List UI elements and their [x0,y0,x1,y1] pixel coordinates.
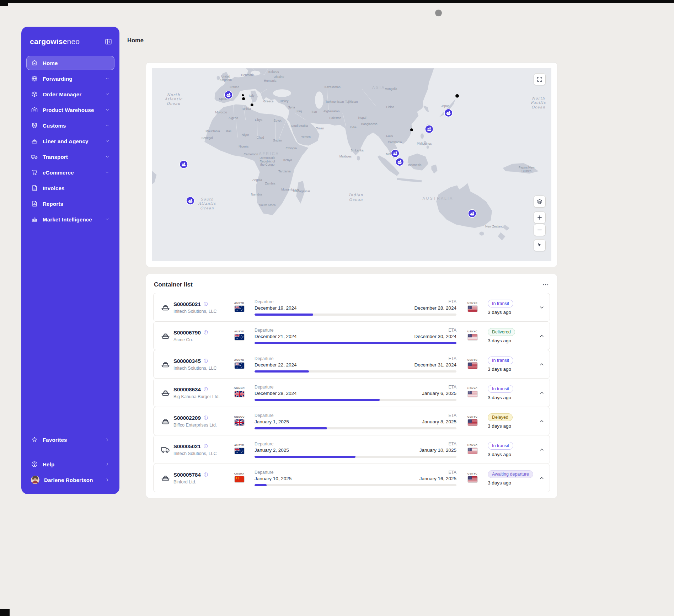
map-label-kazakhstan: Kazakhstan [325,85,341,89]
destination-port: USNYC [463,301,482,313]
sidebar-item-home[interactable]: Home [26,56,114,70]
container-id: S00006790 [173,330,201,336]
sidebar-item-transport[interactable]: Transport [26,150,114,164]
departure-label: Departure [255,413,289,418]
ship-marker-malaysia[interactable] [391,149,399,157]
container-id-block: S00008634Big Kahuna Burger Ltd. [173,386,230,399]
info-icon[interactable] [203,358,208,363]
map-label-yemen: Yemen [301,135,311,139]
ship-marker-japan[interactable] [444,109,453,117]
status-badge: In transit [488,300,513,307]
sidebar-item-customs[interactable]: Customs [26,118,114,133]
eta-date: January 16, 2025 [419,476,456,481]
container-row[interactable]: S00006790Acme Co.AUSYDDepartureDecember … [153,321,550,350]
map-label-france: France [230,85,239,89]
container-row[interactable]: S00005021Initech Solutions, LLCAUSYDDepa… [153,293,550,322]
eta-label: ETA [414,356,456,361]
container-row[interactable]: S00005784Binford Ltd.CNSHADepartureJanua… [153,464,550,492]
map-label-south-africa: South Africa [259,203,276,207]
updated-time: 3 days ago [488,338,535,343]
chevron-up-icon[interactable] [535,390,545,396]
info-icon[interactable] [203,387,208,392]
sidebar-item-product-warehouse[interactable]: Product Warehouse [26,103,114,117]
chevron-right-icon [105,462,110,467]
info-icon[interactable] [203,415,208,420]
sidebar-item-user[interactable]: Darlene Robertson [26,473,114,487]
map-label-bangladesh: Bangladesh [361,122,378,126]
map-label-nepal: Nepal [358,116,367,119]
progress-fill [255,342,456,344]
map-label-china: China [386,105,395,109]
departure-date: January 1, 2025 [255,419,289,424]
sidebar-item-favorites[interactable]: Favorites [26,433,114,447]
world-map[interactable]: UnitedKingdomDenmarkBelarusUkraineRomani… [152,68,551,261]
map-label-italy: Italy [249,94,255,97]
origin-port: AUSYD [230,358,249,370]
eta-date: January 6, 2025 [422,391,456,396]
sidebar-item-label: Favorites [43,437,67,443]
status-badge: In transit [488,385,513,393]
map-label-india: India [350,125,357,129]
progress-block: DepartureDecember 21, 2024ETADecember 30… [249,328,463,344]
progress-block: DepartureJanuary 2, 2025ETAJanuary 10, 2… [249,441,463,458]
sidebar-item-ecommerce[interactable]: eCommerce [26,165,114,180]
sidebar-item-order-manager[interactable]: Order Manager [26,87,114,101]
chevron-right-icon [105,477,110,482]
sidebar-item-invoices[interactable]: Invoices [26,181,114,195]
status-block: In transit3 days ago [488,300,535,315]
ship-marker-south-atlantic[interactable] [186,197,194,205]
map-label-tunisia: Tunisia [241,107,251,111]
warehouse-icon [31,106,38,113]
map-label-denmark: Denmark [241,73,254,77]
chevron-up-icon[interactable] [535,475,545,481]
departure-date: December 22, 2024 [255,362,297,368]
chevron-up-icon[interactable] [535,361,545,367]
customs-icon [31,122,38,129]
sidebar-item-forwarding[interactable]: Forwarding [26,71,114,86]
sidebar-item-reports[interactable]: Reports [26,197,114,211]
sidebar-item-liner-and-agency[interactable]: Liner and Agency [26,134,114,148]
info-icon[interactable] [203,472,208,477]
container-row[interactable]: S00008634Big Kahuna Burger Ltd.GMMNCDepa… [153,378,550,407]
info-icon[interactable] [203,330,208,335]
chevron-down-icon [105,217,110,222]
sidebar-item-market-intelligence[interactable]: Market Intelligence [26,212,114,226]
chevron-down-icon[interactable] [535,305,545,310]
info-icon[interactable] [203,301,208,306]
container-row[interactable]: S00005021Initech Solutions, LLCAUSYDDepa… [153,435,550,464]
ship-marker-singapore[interactable] [396,158,404,166]
progress-bar [255,427,456,429]
map-zoom-in-button[interactable] [534,211,546,224]
chevron-up-icon[interactable] [535,447,545,452]
map-expand-button[interactable] [534,73,546,85]
world-map-svg: UnitedKingdomDenmarkBelarusUkraineRomani… [152,68,551,261]
sidebar-item-label: Help [43,461,54,467]
flag-united-states [468,363,477,369]
container-row[interactable]: S00002209Biffco Enterprises Ltd.GBSOUDep… [153,407,550,435]
updated-time: 3 days ago [488,310,535,315]
eta-date: January 8, 2025 [422,419,456,424]
ship-marker-west-africa-atlantic[interactable] [180,160,188,168]
chevron-down-icon [105,154,110,159]
sidebar-collapse-button[interactable] [105,38,112,45]
container-row[interactable]: S00000345Initech Solutions, LLCAUSYDDepa… [153,350,550,379]
map-label-australia: AUSTRALIA [422,196,453,200]
info-icon[interactable] [203,444,208,449]
home-icon [31,59,38,66]
sidebar-item-help[interactable]: Help [26,457,114,471]
ship-marker-spain[interactable] [224,91,232,99]
map-pointer-button[interactable] [534,239,546,251]
map-zoom-out-button[interactable] [534,224,546,236]
origin-port: AUSYD [230,301,249,313]
more-options-button[interactable] [542,281,549,288]
origin-port-code: AUSYD [230,444,249,447]
eta-date: December 31, 2024 [414,362,456,368]
progress-fill [255,399,380,401]
updated-time: 3 days ago [488,480,535,486]
ship-marker-taiwan[interactable] [425,125,433,133]
map-layers-button[interactable] [534,195,546,208]
chevron-up-icon[interactable] [535,418,545,424]
map-label-south-atlantic-ocean: SouthAtlanticOcean [198,197,216,210]
chevron-up-icon[interactable] [535,333,545,339]
ship-marker-australia-east[interactable] [468,210,476,218]
